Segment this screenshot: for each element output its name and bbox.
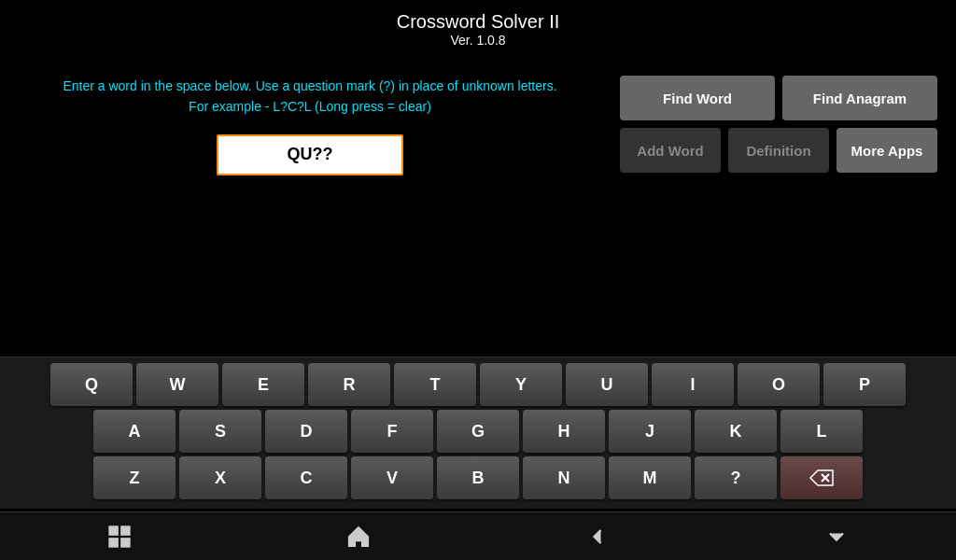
word-input-wrapper (217, 134, 403, 175)
find-anagram-button[interactable]: Find Anagram (782, 76, 937, 120)
app-header: Crossword Solver II Ver. 1.0.8 (0, 0, 956, 48)
more-apps-button[interactable]: More Apps (836, 128, 937, 173)
keyboard-row-1: QWERTYUIOP (4, 363, 952, 406)
key-a[interactable]: A (93, 410, 176, 453)
key-n[interactable]: N (523, 456, 605, 499)
key-r[interactable]: R (308, 363, 390, 406)
key-p[interactable]: P (823, 363, 906, 406)
key-d[interactable]: D (265, 410, 347, 453)
key-del[interactable] (780, 456, 863, 499)
key-b[interactable]: B (437, 456, 519, 499)
svg-rect-2 (110, 526, 118, 534)
button-row-2: Add Word Definition More Apps (620, 128, 937, 173)
home-button[interactable] (330, 518, 387, 555)
find-word-button[interactable]: Find Word (620, 76, 775, 120)
keyboard-row-2: ASDFGHJKL (4, 410, 952, 453)
key-j[interactable]: J (609, 410, 691, 453)
right-panel: Find Word Find Anagram Add Word Definiti… (601, 76, 937, 175)
add-word-button[interactable]: Add Word (620, 128, 721, 173)
instructions-line1: Enter a word in the space below. Use a q… (63, 78, 556, 93)
svg-rect-5 (121, 539, 129, 546)
app-version: Ver. 1.0.8 (0, 33, 956, 48)
key-o[interactable]: O (738, 363, 820, 406)
key-s[interactable]: S (179, 410, 261, 453)
key-t[interactable]: T (394, 363, 476, 406)
key-w[interactable]: W (136, 363, 218, 406)
key-h[interactable]: H (523, 410, 605, 453)
button-row-1: Find Word Find Anagram (620, 76, 937, 120)
recents-button[interactable] (91, 518, 148, 555)
key-y[interactable]: Y (480, 363, 562, 406)
key-f[interactable]: F (351, 410, 433, 453)
key-x[interactable]: X (179, 456, 261, 499)
word-input[interactable] (218, 145, 401, 164)
key-z[interactable]: Z (93, 456, 176, 499)
keyboard: QWERTYUIOP ASDFGHJKL ZXCVBNM? (0, 357, 956, 509)
key-q[interactable]: Q (50, 363, 133, 406)
key-g[interactable]: G (437, 410, 519, 453)
back-button[interactable] (569, 518, 626, 555)
menu-button[interactable] (808, 518, 865, 555)
key-k[interactable]: K (695, 410, 777, 453)
definition-button[interactable]: Definition (728, 128, 829, 173)
bottom-nav (0, 511, 956, 560)
app-title: Crossword Solver II (0, 11, 956, 33)
keyboard-row-3: ZXCVBNM? (4, 456, 952, 499)
key-c[interactable]: C (265, 456, 347, 499)
key-?[interactable]: ? (695, 456, 777, 499)
key-e[interactable]: E (222, 363, 304, 406)
instructions: Enter a word in the space below. Use a q… (63, 76, 556, 118)
svg-rect-3 (110, 539, 118, 546)
key-u[interactable]: U (566, 363, 648, 406)
key-i[interactable]: I (652, 363, 734, 406)
key-v[interactable]: V (351, 456, 433, 499)
instructions-line2: For example - L?C?L (Long press = clear) (189, 99, 431, 114)
main-content: Enter a word in the space below. Use a q… (0, 57, 956, 175)
key-l[interactable]: L (780, 410, 863, 453)
key-m[interactable]: M (609, 456, 691, 499)
left-panel: Enter a word in the space below. Use a q… (19, 76, 601, 175)
svg-rect-4 (121, 526, 129, 534)
